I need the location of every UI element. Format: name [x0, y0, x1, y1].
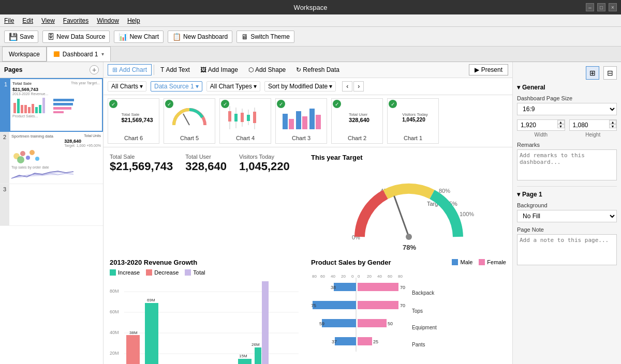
- width-label: Width: [517, 132, 565, 138]
- data-source-filter[interactable]: Data Source 1 ▾: [151, 81, 202, 92]
- close-button[interactable]: ×: [609, 3, 617, 11]
- page1-section-header[interactable]: ▾ Page 1: [517, 191, 617, 198]
- dashboard-tab-icon: 🟧: [53, 51, 60, 57]
- panel-grid-view-button[interactable]: ⊟: [603, 66, 617, 80]
- svg-rect-7: [39, 105, 41, 113]
- dimension-inputs: 1,920 ▲ ▼ Width 1,080 ▲ ▼ Height: [517, 119, 617, 138]
- general-section-header[interactable]: ▾ General: [517, 84, 617, 91]
- menu-favorites[interactable]: Favorites: [63, 17, 88, 24]
- total-sale-label: Total Sale: [110, 154, 173, 160]
- width-spinners: ▲ ▼: [557, 120, 565, 130]
- remarks-textarea[interactable]: [517, 149, 617, 180]
- new-chart-button[interactable]: 📊 New Chart: [114, 31, 164, 43]
- chart-card-1[interactable]: ✓ Visitors Today 1,045,220 Chart 1: [387, 98, 439, 144]
- menu-help[interactable]: Help: [127, 17, 140, 24]
- tab-workspace[interactable]: Workspace: [2, 47, 47, 62]
- menu-window[interactable]: Window: [97, 17, 119, 24]
- chart-thumb-6: Total Sale $21,569,743: [110, 101, 157, 134]
- save-button[interactable]: 💾 Save: [4, 31, 38, 43]
- chart-card-4[interactable]: ✓ Chart 4: [219, 98, 271, 144]
- menu-file[interactable]: File: [4, 17, 14, 24]
- chart-label-5: Chart 5: [166, 135, 213, 141]
- add-text-icon: T: [160, 66, 164, 73]
- theme-icon: 🖥: [241, 33, 248, 41]
- add-image-icon: 🖼: [200, 66, 206, 73]
- height-decrement[interactable]: ▼: [609, 124, 616, 128]
- add-text-button[interactable]: T Add Text: [156, 65, 194, 75]
- svg-rect-11: [53, 107, 71, 110]
- width-increment[interactable]: ▲: [557, 120, 565, 124]
- section-divider-1: [517, 186, 617, 187]
- height-field: 1,080 ▲ ▼ Height: [569, 119, 617, 138]
- tab-dashboard1[interactable]: 🟧 Dashboard 1 ▾: [47, 47, 111, 62]
- refresh-data-button[interactable]: ↻ Refresh Data: [292, 65, 344, 75]
- width-decrement[interactable]: ▼: [557, 124, 565, 128]
- add-chart-button[interactable]: ⊞ Add Chart: [108, 64, 152, 75]
- svg-text:78%: 78%: [403, 244, 416, 251]
- visitors-today-stat: Visitors Today 1,045,220: [239, 154, 290, 173]
- chart-card-3[interactable]: ✓ Chart 3: [275, 98, 327, 144]
- page-note-textarea[interactable]: [517, 234, 617, 265]
- svg-text:80%: 80%: [439, 188, 450, 194]
- chart-card-2[interactable]: ✓ Total User 328,640 Chart 2: [331, 98, 383, 144]
- chart-types-filter[interactable]: All Chart Types ▾: [206, 81, 260, 92]
- width-value: 1,920: [518, 120, 557, 130]
- all-charts-filter[interactable]: All Charts ▾: [108, 81, 146, 92]
- page-item-1[interactable]: 1 Total Sale This year Target... $21,569…: [0, 78, 103, 132]
- svg-text:90M: 90M: [259, 280, 267, 281]
- panel-list-view-button[interactable]: ⊞: [586, 66, 599, 80]
- minimize-button[interactable]: –: [586, 3, 594, 11]
- chart-card-6[interactable]: ✓ Total Sale $21,569,743 Chart 6: [108, 98, 159, 144]
- svg-rect-108: [335, 337, 356, 345]
- page-thumb-3: [9, 184, 103, 225]
- tab-dropdown-icon[interactable]: ▾: [101, 51, 104, 57]
- chart-label-2: Chart 2: [334, 135, 380, 141]
- svg-text:70: 70: [400, 303, 405, 308]
- maximize-button[interactable]: □: [597, 3, 605, 11]
- svg-text:25: 25: [373, 339, 378, 344]
- svg-text:60M: 60M: [110, 309, 119, 314]
- background-select[interactable]: No Fill Solid Color Gradient: [517, 210, 617, 222]
- gallery-next-button[interactable]: ›: [353, 81, 364, 92]
- gallery-prev-button[interactable]: ‹: [342, 81, 352, 92]
- svg-point-18: [35, 157, 39, 161]
- new-data-source-button[interactable]: 🗄 New Data Source: [42, 31, 110, 43]
- revenue-chart: 2013-2020 Revenue Growth Increase Decrea…: [110, 259, 305, 364]
- visitors-today-label: Visitors Today: [239, 154, 290, 160]
- svg-text:59: 59: [319, 321, 324, 326]
- data-source-icon: 🗄: [47, 33, 54, 41]
- svg-text:60: 60: [320, 274, 325, 279]
- add-page-button[interactable]: +: [90, 65, 99, 74]
- svg-rect-29: [253, 112, 256, 123]
- svg-text:75: 75: [311, 303, 316, 308]
- switch-theme-button[interactable]: 🖥 Switch Theme: [236, 31, 294, 43]
- page-size-select[interactable]: 16:9 4:3 Custom: [517, 103, 617, 115]
- chart-check-6: ✓: [109, 100, 117, 108]
- total-dot: [185, 269, 191, 276]
- gauge-title: This year Target: [311, 154, 506, 161]
- all-charts-chevron: ▾: [140, 83, 143, 90]
- page-item-3[interactable]: 3: [0, 184, 103, 226]
- add-shape-button[interactable]: ⬡ Add Shape: [244, 65, 290, 75]
- chart-check-3: ✓: [277, 100, 285, 108]
- add-image-button[interactable]: 🖼 Add Image: [196, 65, 242, 75]
- height-increment[interactable]: ▲: [609, 120, 616, 124]
- svg-rect-100: [313, 301, 356, 309]
- svg-text:37: 37: [332, 339, 337, 344]
- chart-card-5[interactable]: ✓ Chart 5: [164, 98, 215, 144]
- new-dashboard-button[interactable]: 📋 New Dashboard: [168, 31, 232, 43]
- toolbar: 💾 Save 🗄 New Data Source 📊 New Chart 📋 N…: [0, 27, 621, 47]
- svg-rect-77: [262, 281, 269, 364]
- svg-text:0: 0: [358, 274, 360, 279]
- legend-decrease: Decrease: [146, 269, 179, 276]
- center-panel: ⊞ Add Chart T Add Text 🖼 Add Image ⬡ Add…: [103, 62, 512, 364]
- page-item-2[interactable]: 2 Sportmen training data Total Units 328…: [0, 132, 103, 184]
- menu-edit[interactable]: Edit: [22, 17, 33, 24]
- menu-view[interactable]: View: [41, 17, 55, 24]
- present-button[interactable]: ▶ Present: [469, 64, 508, 75]
- page1-chevron: ▾: [517, 191, 520, 198]
- svg-rect-8: [42, 98, 45, 113]
- svg-line-19: [183, 114, 189, 125]
- chart-check-4: ✓: [221, 100, 229, 108]
- sort-filter[interactable]: Sort by Modified Date ▾: [264, 81, 336, 92]
